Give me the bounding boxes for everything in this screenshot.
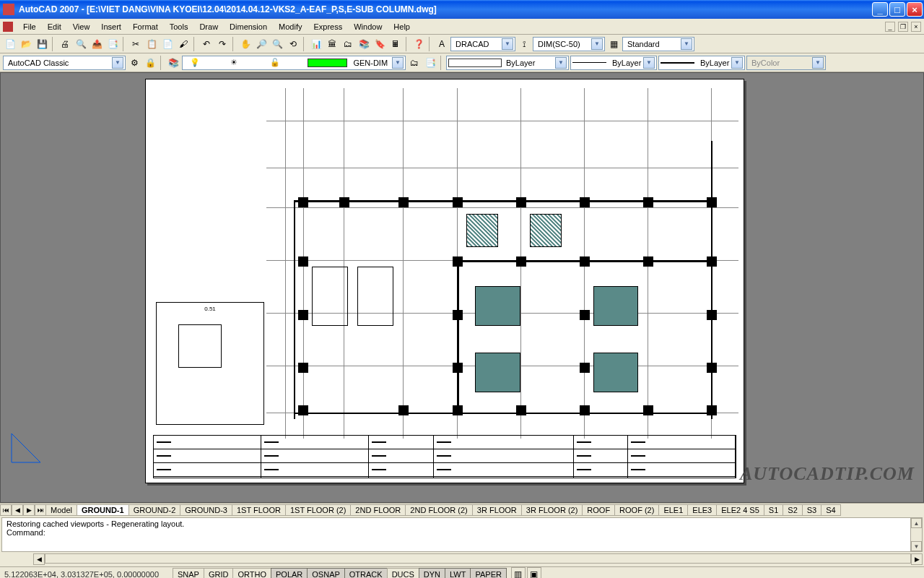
scroll-down-icon[interactable]: ▼ [911,541,922,551]
coordinates-readout[interactable]: 5.122063E+04, 3.031327E+05, 0.00000000 [0,570,173,579]
match-icon[interactable]: 🖌 [176,37,191,51]
layout-tab[interactable]: Model [46,504,77,516]
chevron-down-icon[interactable]: ▼ [502,38,513,50]
menu-express[interactable]: Express [308,21,348,33]
pan-icon[interactable]: ✋ [238,37,253,51]
designcenter-icon[interactable]: 🏛 [325,37,339,51]
cut-icon[interactable]: ✂ [128,37,143,51]
status-toggle-ducs[interactable]: DUCS [387,568,419,579]
chevron-down-icon[interactable]: ▼ [731,57,743,69]
mdi-restore-button[interactable]: ❐ [898,22,908,32]
cmd-h-scrollbar[interactable] [45,553,911,564]
window-maximize-button[interactable]: □ [889,2,905,17]
status-toggle-grid[interactable]: GRID [204,568,234,579]
layout-tab[interactable]: S4 [821,504,840,516]
status-toggle-polar[interactable]: POLAR [271,568,308,579]
properties-icon[interactable]: 📊 [309,37,323,51]
open-icon[interactable]: 📂 [19,37,33,51]
chevron-down-icon[interactable]: ▼ [681,38,692,50]
save-icon[interactable]: 💾 [35,37,49,51]
linetype-combo[interactable]: ByLayer ▼ [570,56,657,70]
mdi-minimize-button[interactable]: _ [885,22,895,32]
layout-tab[interactable]: ROOF (2) [614,504,659,516]
menu-window[interactable]: Window [348,21,388,33]
workspace-combo[interactable]: AutoCAD Classic ▼ [3,56,126,70]
layout-tab[interactable]: 2ND FLOOR (2) [405,504,472,516]
command-scrollbar[interactable]: ▲ ▼ [910,518,922,551]
layer-prev-icon[interactable]: 🗂 [407,56,422,70]
layout-tab[interactable]: 1ST FLOOR [232,504,286,516]
status-toggle-ortho[interactable]: ORTHO [232,568,271,579]
zoom-rt-icon[interactable]: 🔎 [254,37,269,51]
menu-file[interactable]: File [17,21,42,33]
paste-icon[interactable]: 📄 [160,37,175,51]
undo-icon[interactable]: ↶ [199,37,214,51]
tab-prev-icon[interactable]: ◀ [12,504,23,516]
menu-insert[interactable]: Insert [95,21,127,33]
copy-icon[interactable]: 📋 [144,37,159,51]
tablestyle-icon[interactable]: ▦ [606,37,621,51]
help-icon[interactable]: ❓ [411,37,426,51]
status-toggle-lwt[interactable]: LWT [445,568,471,579]
new-icon[interactable]: 📄 [3,37,17,51]
status-toggle-otrack[interactable]: OTRACK [344,568,388,579]
menu-draw[interactable]: Draw [193,21,224,33]
status-toggle-paper[interactable]: PAPER [470,568,506,579]
maximize-viewport-icon[interactable]: ▣ [527,567,541,579]
command-window[interactable]: Restoring cached viewports - Regeneratin… [1,517,923,552]
command-prompt[interactable]: Command: [6,528,918,537]
chevron-down-icon[interactable]: ▼ [555,57,567,69]
tab-first-icon[interactable]: ⏮ [0,504,12,516]
menu-modify[interactable]: Modify [273,21,308,33]
preview-icon[interactable]: 🔍 [74,37,88,51]
model-space-toggle-icon[interactable]: ▥ [511,567,526,579]
window-minimize-button[interactable]: _ [872,2,888,17]
layout-tab[interactable]: ELE1 [658,504,688,516]
plot-icon[interactable]: 🖨 [58,37,72,51]
layout-tab[interactable]: ROOF [582,504,615,516]
tab-next-icon[interactable]: ▶ [23,504,35,516]
dimstyle-icon[interactable]: ⟟ [517,37,531,51]
chevron-down-icon[interactable]: ▼ [392,57,404,69]
markup-icon[interactable]: 🔖 [372,37,387,51]
textstyle-combo[interactable]: DRACAD ▼ [450,37,515,51]
layer-states-icon[interactable]: 📑 [423,56,437,70]
layout-tab[interactable]: 3R FLOOR (2) [521,504,583,516]
layer-combo[interactable]: 💡 ☀ 🔓 GEN-DIM ▼ [182,56,406,70]
layout-tab[interactable]: ELE3 [687,504,717,516]
layout-tab[interactable]: 1ST FLOOR (2) [285,504,351,516]
scroll-up-icon[interactable]: ▲ [911,518,922,528]
workspace-settings-icon[interactable]: ⚙ [127,56,141,70]
layout-tab[interactable]: GROUND-2 [128,504,181,516]
layout-tab[interactable]: ELE2 4 S5 [716,504,764,516]
publish-icon[interactable]: 📤 [90,37,104,51]
sheetmgr-icon[interactable]: 📚 [357,37,371,51]
color-combo[interactable]: ByLayer ▼ [446,56,569,70]
zoom-win-icon[interactable]: 🔍 [270,37,284,51]
sheetset-icon[interactable]: 📑 [105,37,120,51]
menu-help[interactable]: Help [388,21,416,33]
lineweight-combo[interactable]: ByLayer ▼ [658,56,745,70]
cmd-scroll-right-icon[interactable]: ▶ [911,553,923,565]
menu-edit[interactable]: Edit [42,21,67,33]
zoom-prev-icon[interactable]: ⟲ [286,37,300,51]
tab-last-icon[interactable]: ⏭ [35,504,46,516]
mdi-close-button[interactable]: × [911,22,921,32]
chevron-down-icon[interactable]: ▼ [112,57,123,69]
calc-icon[interactable]: 🖩 [388,37,403,51]
tablestyle-combo[interactable]: Standard ▼ [622,37,694,51]
layout-tab[interactable]: GROUND-1 [77,504,129,516]
layer-manager-icon[interactable]: 📚 [166,56,180,70]
chevron-down-icon[interactable]: ▼ [643,57,655,69]
menu-tools[interactable]: Tools [164,21,194,33]
menu-dimension[interactable]: Dimension [224,21,273,33]
status-toggle-osnap[interactable]: OSNAP [307,568,345,579]
dimstyle-combo[interactable]: DIM(SC-50) ▼ [533,37,605,51]
layout-tab[interactable]: GROUND-3 [180,504,232,516]
layout-tab[interactable]: 2ND FLOOR [350,504,406,516]
window-close-button[interactable]: × [907,2,923,17]
chevron-down-icon[interactable]: ▼ [591,38,603,50]
menu-view[interactable]: View [67,21,96,33]
drawing-area[interactable]: 0.51 [0,72,924,503]
cmd-scroll-left-icon[interactable]: ◀ [33,553,45,565]
